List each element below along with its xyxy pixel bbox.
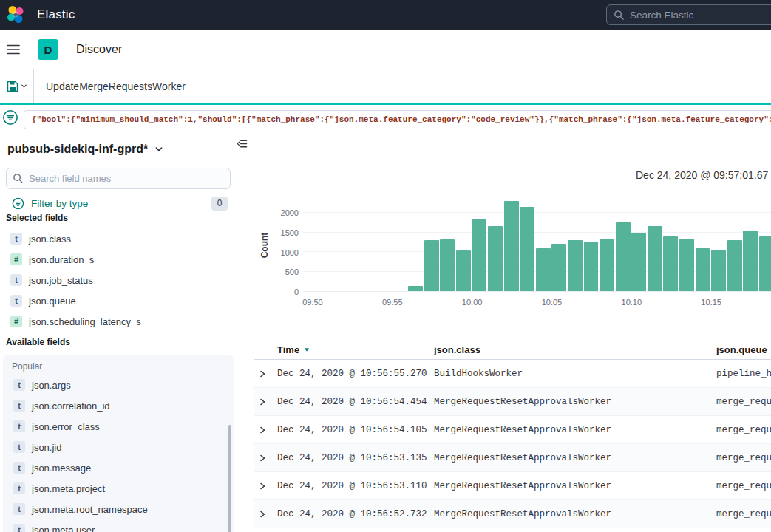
gridline (303, 212, 771, 213)
filter-pill[interactable]: {"bool":{"minimum_should_match":1,"shoul… (24, 110, 771, 129)
field-item-json.duration_s[interactable]: #json.duration_s (0, 249, 237, 270)
histogram-bar (568, 240, 583, 291)
elastic-logo-icon[interactable] (6, 5, 25, 24)
expand-row-button[interactable] (258, 426, 267, 437)
expand-row-button[interactable] (258, 510, 267, 521)
cell-queue: merge_requ (716, 444, 771, 472)
histogram-bar (536, 248, 551, 291)
histogram-bar (631, 233, 646, 291)
histogram-bar (584, 242, 599, 291)
histogram-bar (472, 219, 487, 291)
y-axis: 0500100015002000 (254, 197, 300, 292)
save-query-button[interactable] (0, 69, 34, 103)
field-name: json.error_class (32, 421, 100, 432)
histogram-plot[interactable] (303, 197, 771, 292)
field-item-json.error_class[interactable]: tjson.error_class (3, 416, 234, 437)
field-name: json.meta.project (32, 483, 105, 494)
table-header: Time json.class json.queue (254, 338, 771, 360)
table-row: Dec 24, 2020 @ 10:56:54.454MergeRequestR… (254, 388, 771, 416)
column-header-time[interactable]: Time (277, 338, 310, 361)
cell-time: Dec 24, 2020 @ 10:56:54.454 (277, 388, 427, 416)
column-header-json-queue[interactable]: json.queue (716, 338, 767, 361)
cell-queue: merge_requ (716, 472, 771, 500)
cell-class: MergeRequestResetApprovalsWorker (434, 444, 611, 472)
field-item-json.scheduling_latency_s[interactable]: #json.scheduling_latency_s (0, 311, 237, 332)
field-item-json.meta.root_namespace[interactable]: tjson.meta.root_namespace (3, 499, 234, 519)
global-search-box[interactable] (606, 4, 771, 25)
selected-fields-list: tjson.class#json.duration_stjson.job_sta… (0, 228, 237, 332)
index-pattern-selector[interactable]: pubsub-sidekiq-inf-gprd* (7, 140, 163, 158)
field-type-icon: # (10, 253, 22, 265)
y-tick-label: 1500 (281, 228, 299, 237)
expand-row-button[interactable] (258, 482, 267, 493)
collapse-sidebar-icon[interactable] (237, 138, 248, 151)
cell-time: Dec 24, 2020 @ 10:56:53.110 (277, 472, 427, 500)
filter-by-type-button[interactable]: Filter by type 0 (12, 195, 228, 211)
x-tick-label: 09:50 (302, 298, 323, 307)
filter-menu-icon[interactable] (2, 109, 18, 128)
field-item-json.meta.project[interactable]: tjson.meta.project (3, 478, 234, 499)
expand-row-button[interactable] (258, 454, 267, 465)
histogram-bar (408, 286, 423, 291)
field-item-json.job_status[interactable]: tjson.job_status (0, 270, 237, 290)
field-search-input[interactable] (6, 168, 231, 189)
histogram-bar (696, 248, 710, 291)
histogram-bar (440, 239, 455, 291)
field-name: json.duration_s (29, 254, 94, 265)
popular-fields-list: tjson.argstjson.correlation_idtjson.erro… (3, 375, 234, 532)
cell-time: Dec 24, 2020 @ 10:56:53.135 (277, 444, 427, 472)
field-item-json.args[interactable]: tjson.args (3, 375, 234, 395)
column-header-json-class[interactable]: json.class (434, 338, 480, 361)
y-tick-label: 500 (285, 267, 299, 276)
histogram-bar (424, 240, 439, 291)
cell-class: MergeRequestResetApprovalsWorker (434, 388, 611, 416)
cell-class: BuildHooksWorker (434, 360, 523, 388)
x-tick-label: 09:55 (382, 298, 403, 307)
cell-queue: merge_requ (716, 388, 771, 416)
cell-class: MergeRequestResetApprovalsWorker (434, 416, 611, 444)
cell-queue: pipeline_h (716, 360, 771, 388)
field-search-box (6, 168, 231, 189)
field-item-json.meta.user[interactable]: tjson.meta.user (3, 519, 234, 532)
menu-icon[interactable] (7, 44, 20, 57)
selected-fields-label: Selected fields (6, 213, 68, 223)
cell-queue: merge_requ (716, 500, 771, 528)
histogram-bar (679, 239, 694, 291)
x-tick-label: 10:05 (542, 298, 563, 307)
histogram-bar (663, 236, 678, 291)
histogram-bar (600, 239, 614, 291)
query-bar (0, 69, 771, 105)
kibana-discover-screen: Elastic D Discover {"bool":{"minimum_sho… (0, 0, 771, 532)
expand-row-button[interactable] (258, 398, 267, 409)
fields-sidebar: pubsub-sidekiq-inf-gprd* Filter by type … (0, 137, 237, 532)
discover-app-icon: D (38, 39, 58, 60)
column-header-queue-label: json.queue (716, 344, 767, 355)
search-icon (614, 10, 625, 21)
field-type-icon: t (13, 503, 25, 515)
field-name: json.class (29, 233, 71, 245)
field-item-json.class[interactable]: tjson.class (0, 228, 237, 249)
field-type-icon: t (13, 524, 25, 532)
histogram-bar (727, 240, 742, 291)
query-input[interactable] (46, 69, 764, 103)
field-name: json.meta.user (32, 525, 95, 532)
histogram-bar (504, 201, 519, 291)
popular-label: Popular (3, 355, 234, 375)
cell-class: MergeRequestResetApprovalsWorker (434, 500, 611, 528)
histogram-bar (456, 250, 471, 291)
documents-table-body: Dec 24, 2020 @ 10:56:55.270BuildHooksWor… (254, 360, 771, 528)
histogram-bar (520, 207, 534, 291)
field-item-json.jid[interactable]: tjson.jid (3, 437, 234, 457)
global-search-input[interactable] (630, 10, 748, 21)
sidebar-scrollbar[interactable] (228, 425, 231, 532)
field-type-icon: # (10, 316, 22, 327)
cell-time: Dec 24, 2020 @ 10:56:54.105 (277, 416, 427, 444)
index-pattern-title: pubsub-sidekiq-inf-gprd* (7, 143, 148, 156)
expand-row-button[interactable] (258, 369, 267, 381)
field-item-json.message[interactable]: tjson.message (3, 457, 234, 478)
field-item-json.correlation_id[interactable]: tjson.correlation_id (3, 395, 234, 416)
field-item-json.queue[interactable]: tjson.queue (0, 290, 237, 311)
field-name: json.scheduling_latency_s (29, 316, 141, 327)
field-name: json.correlation_id (32, 400, 110, 412)
field-type-icon: t (13, 462, 25, 474)
